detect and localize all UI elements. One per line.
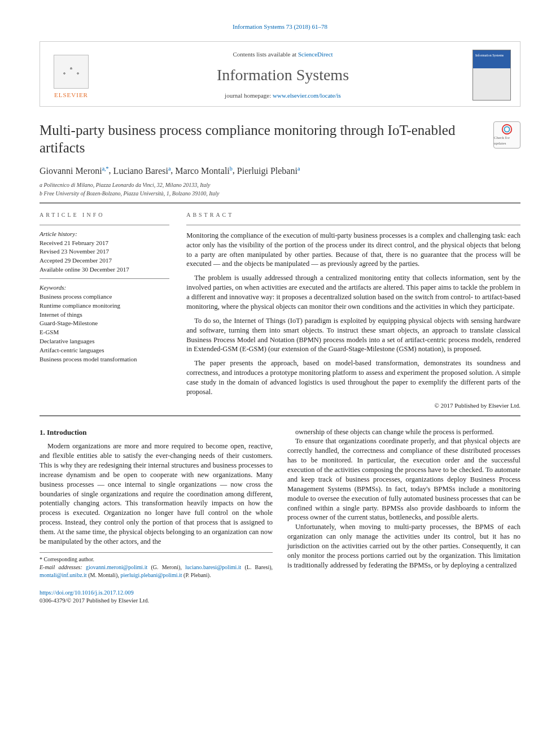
abstract-paragraph: Monitoring the compliance of the executi… bbox=[186, 231, 520, 269]
journal-homepage-link[interactable]: www.elsevier.com/locate/is bbox=[273, 92, 341, 99]
history-item: Available online 30 December 2017 bbox=[40, 265, 169, 274]
elsevier-tree-icon bbox=[54, 55, 89, 89]
author-email-link[interactable]: luciano.baresi@polimi.it bbox=[185, 564, 241, 570]
sciencedirect-link[interactable]: ScienceDirect bbox=[298, 51, 333, 58]
abstract-paragraph: The paper presents the approach, based o… bbox=[186, 359, 520, 397]
email-owner: (L. Baresi) bbox=[244, 564, 271, 570]
body-paragraph: ownership of these objects can change wh… bbox=[287, 427, 520, 437]
issn-copyright: 0306-4379/© 2017 Published by Elsevier L… bbox=[40, 597, 149, 604]
publisher-name: ELSEVIER bbox=[54, 91, 88, 99]
cover-thumb-title: Information Systems bbox=[475, 54, 508, 58]
abstract-column: abstract Monitoring the compliance of th… bbox=[186, 211, 520, 409]
journal-name: Information Systems bbox=[102, 64, 463, 86]
article-info-label: article info bbox=[40, 211, 169, 219]
elsevier-logo: ELSEVIER bbox=[49, 51, 93, 99]
email-label: E-mail addresses: bbox=[40, 564, 82, 570]
contents-prefix: Contents lists available at bbox=[233, 51, 298, 58]
article-body: 1. Introduction Modern organizations are… bbox=[40, 427, 520, 579]
article-info-column: article info Article history: Received 2… bbox=[40, 211, 169, 409]
homepage-prefix: journal homepage: bbox=[225, 92, 273, 99]
email-addresses: E-mail addresses: giovanni.meroni@polimi… bbox=[40, 563, 273, 579]
doi-link[interactable]: https://doi.org/10.1016/j.is.2017.12.009 bbox=[40, 589, 134, 596]
author: Giovanni Meronia,* bbox=[40, 166, 109, 176]
history-heading: Article history: bbox=[40, 230, 169, 238]
svg-point-1 bbox=[504, 127, 509, 132]
corresponding-author-note: * Corresponding author. bbox=[40, 556, 273, 563]
svg-point-0 bbox=[502, 125, 512, 134]
contents-available-line: Contents lists available at ScienceDirec… bbox=[102, 50, 463, 59]
history-item: Accepted 29 December 2017 bbox=[40, 256, 169, 265]
abstract-paragraph: To do so, the Internet of Things (IoT) p… bbox=[186, 316, 520, 355]
abstract-copyright: © 2017 Published by Elsevier Ltd. bbox=[186, 401, 520, 410]
keyword: Runtime compliance monitoring bbox=[40, 302, 169, 310]
doi-block: https://doi.org/10.1016/j.is.2017.12.009… bbox=[40, 589, 520, 605]
email-owner: (M. Montali) bbox=[88, 572, 117, 578]
history-item: Received 21 February 2017 bbox=[40, 239, 169, 247]
footnotes: * Corresponding author. E-mail addresses… bbox=[40, 552, 273, 579]
author-email-link[interactable]: montali@inf.unibz.it bbox=[40, 572, 87, 578]
keywords-heading: Keywords: bbox=[40, 283, 169, 292]
journal-homepage-line: journal homepage: www.elsevier.com/locat… bbox=[102, 91, 463, 100]
keyword: Business process compliance bbox=[40, 292, 169, 301]
author: Luciano Baresia bbox=[113, 166, 171, 176]
crossmark-label: Check for updates bbox=[494, 136, 520, 146]
keyword: Declarative languages bbox=[40, 337, 169, 346]
article-title: Multi-party business process compliance … bbox=[40, 121, 485, 157]
journal-reference: Information Systems 73 (2018) 61–78 bbox=[40, 23, 520, 31]
author-email-link[interactable]: pierluigi.plebani@polimi.it bbox=[120, 572, 182, 578]
keyword: Guard-Stage-Milestone bbox=[40, 319, 169, 327]
keyword: Artifact-centric languages bbox=[40, 346, 169, 355]
body-paragraph: Unfortunately, when moving to multi-part… bbox=[287, 522, 520, 570]
section-heading: 1. Introduction bbox=[40, 427, 273, 438]
affiliation: a Politecnico di Milano, Piazza Leonardo… bbox=[40, 181, 520, 189]
journal-masthead: ELSEVIER Contents lists available at Sci… bbox=[40, 41, 520, 107]
journal-cover-thumbnail: Information Systems bbox=[473, 50, 511, 101]
author: Pierluigi Plebania bbox=[237, 166, 300, 176]
history-item: Revised 23 November 2017 bbox=[40, 247, 169, 256]
author: Marco Montalib bbox=[175, 166, 232, 176]
abstract-label: abstract bbox=[186, 211, 520, 219]
email-owner: (P. Plebani) bbox=[183, 572, 209, 578]
author-email-link[interactable]: giovanni.meroni@polimi.it bbox=[86, 564, 147, 570]
body-paragraph: To ensure that organizations coordinate … bbox=[287, 436, 520, 522]
keyword: Internet of things bbox=[40, 311, 169, 319]
abstract-paragraph: The problem is usually addressed through… bbox=[186, 273, 520, 312]
author-list: Giovanni Meronia,*, Luciano Baresia, Mar… bbox=[40, 164, 520, 177]
keyword: Business process model transformation bbox=[40, 355, 169, 364]
body-paragraph: Modern organizations are more and more r… bbox=[40, 442, 273, 547]
divider bbox=[40, 203, 520, 203]
affiliation: b Free University of Bozen-Bolzano, Piaz… bbox=[40, 190, 520, 198]
email-owner: (G. Meroni) bbox=[151, 564, 180, 570]
crossmark-icon bbox=[501, 123, 513, 136]
divider bbox=[40, 416, 520, 416]
affiliations: a Politecnico di Milano, Piazza Leonardo… bbox=[40, 181, 520, 197]
crossmark-badge[interactable]: Check for updates bbox=[493, 121, 520, 148]
keyword: E-GSM bbox=[40, 328, 169, 337]
